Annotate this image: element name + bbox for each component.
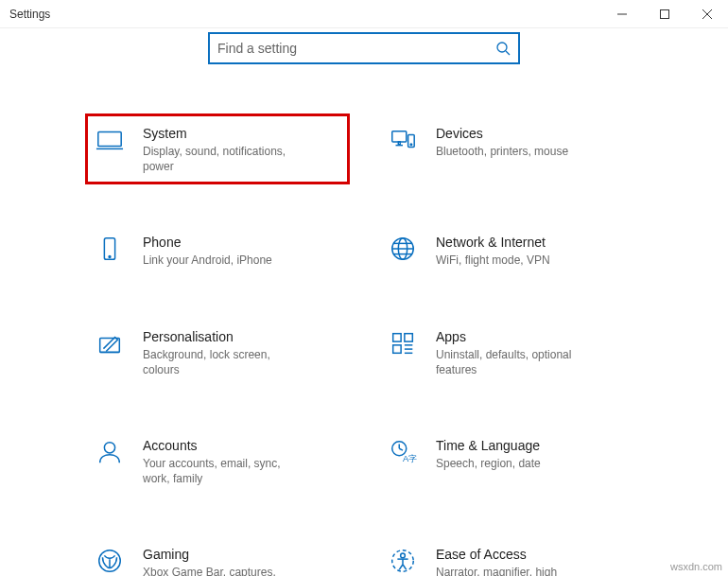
tile-gaming[interactable]: Gaming Xbox Game Bar, captures, Game Mod… (85, 534, 350, 576)
system-icon (94, 124, 126, 156)
apps-icon (387, 327, 419, 359)
tile-personalisation[interactable]: Personalisation Background, lock screen,… (85, 317, 350, 388)
tile-title: Personalisation (143, 329, 303, 344)
watermark: wsxdn.com (670, 561, 722, 572)
tile-ease-of-access[interactable]: Ease of Access Narrator, magnifier, high… (378, 534, 643, 576)
accounts-icon (94, 436, 126, 468)
svg-line-5 (506, 51, 510, 55)
svg-line-31 (399, 448, 403, 450)
svg-text:A字: A字 (403, 454, 417, 463)
tile-subtitle: Uninstall, defaults, optional features (436, 347, 597, 377)
svg-rect-24 (393, 344, 401, 352)
search-input[interactable] (217, 41, 495, 56)
svg-rect-6 (98, 132, 121, 147)
tile-subtitle: Xbox Game Bar, captures, Game Mode (143, 565, 303, 576)
search-box[interactable] (208, 32, 520, 64)
tile-title: Network & Internet (436, 235, 550, 250)
devices-icon (387, 124, 419, 156)
tile-subtitle: Your accounts, email, sync, work, family (143, 456, 303, 486)
search-row (0, 28, 728, 64)
tile-subtitle: Background, lock screen, colours (143, 347, 303, 377)
paint-icon (94, 327, 126, 359)
tile-title: Accounts (143, 438, 303, 453)
svg-rect-9 (398, 142, 400, 145)
svg-point-14 (109, 256, 111, 258)
time-language-icon: A字 (387, 436, 419, 468)
svg-point-4 (497, 43, 507, 52)
svg-point-28 (104, 443, 114, 453)
svg-rect-8 (392, 131, 407, 142)
tile-title: System (143, 126, 303, 141)
maximize-button[interactable] (643, 0, 685, 28)
svg-rect-22 (393, 333, 401, 340)
tile-devices[interactable]: Devices Bluetooth, printers, mouse (378, 113, 643, 184)
minimize-button[interactable] (600, 0, 643, 28)
tile-subtitle: Bluetooth, printers, mouse (436, 144, 568, 159)
tile-subtitle: WiFi, flight mode, VPN (436, 253, 550, 268)
tile-subtitle: Speech, region, date (436, 456, 541, 471)
tile-title: Time & Language (436, 438, 541, 453)
tile-subtitle: Narrator, magnifier, high contrast (436, 565, 597, 576)
phone-icon (94, 233, 126, 265)
settings-grid: System Display, sound, notifications, po… (0, 64, 728, 576)
titlebar: Settings (0, 0, 728, 28)
tile-subtitle: Link your Android, iPhone (143, 253, 272, 268)
window-controls (600, 0, 728, 28)
tile-network[interactable]: Network & Internet WiFi, flight mode, VP… (378, 222, 643, 278)
tile-accounts[interactable]: Accounts Your accounts, email, sync, wor… (85, 426, 350, 497)
svg-rect-1 (660, 9, 668, 18)
tile-time-language[interactable]: A字 Time & Language Speech, region, date (378, 426, 643, 497)
window-title: Settings (9, 8, 50, 21)
svg-rect-23 (405, 333, 412, 340)
tile-title: Apps (436, 329, 597, 344)
globe-icon (387, 233, 419, 265)
svg-point-12 (410, 144, 412, 146)
tile-title: Ease of Access (436, 547, 597, 562)
ease-of-access-icon (387, 545, 419, 576)
tile-title: Phone (143, 235, 272, 250)
tile-phone[interactable]: Phone Link your Android, iPhone (85, 222, 350, 278)
tile-system[interactable]: System Display, sound, notifications, po… (85, 113, 350, 184)
tile-title: Gaming (143, 547, 303, 562)
tile-apps[interactable]: Apps Uninstall, defaults, optional featu… (378, 317, 643, 388)
svg-point-36 (401, 553, 406, 558)
tile-subtitle: Display, sound, notifications, power (143, 144, 303, 174)
close-button[interactable] (685, 0, 728, 28)
gaming-icon (94, 545, 126, 576)
tile-title: Devices (436, 126, 568, 141)
search-icon (495, 41, 511, 56)
svg-line-40 (403, 565, 407, 570)
svg-line-39 (399, 565, 403, 570)
